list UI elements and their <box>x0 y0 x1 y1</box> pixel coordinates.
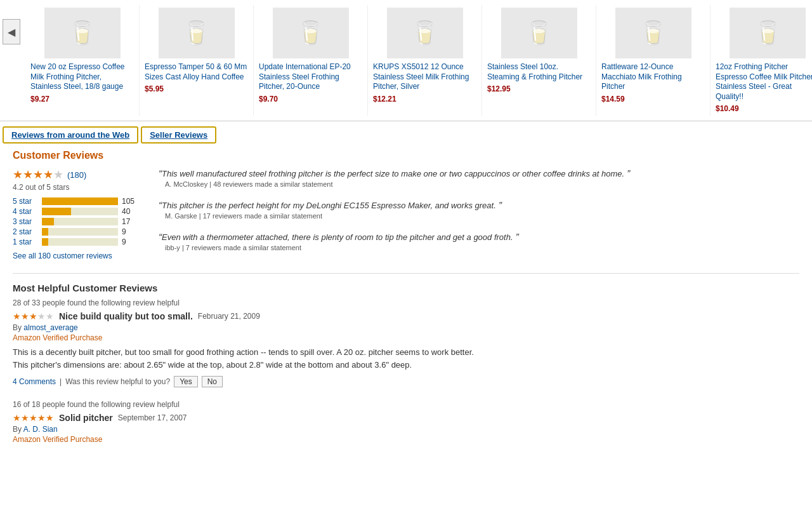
product-price-1: $5.95 <box>145 84 248 93</box>
overall-rating-text: 4.2 out of 5 stars <box>13 183 140 192</box>
see-all-reviews-link[interactable]: See all 180 customer reviews <box>13 251 112 260</box>
rev-star-1-3: ★ <box>29 413 37 423</box>
divider <box>13 273 799 274</box>
product-item: 🥛 12oz Frothing Pitcher Espresso Coffee … <box>710 5 812 116</box>
product-item: 🥛 Update International EP-20 Stainless S… <box>254 5 368 116</box>
review-title-0: Nice build quality but too small. <box>59 311 193 321</box>
star-bar-fill-2 <box>42 218 54 225</box>
overall-stars: ★ ★ ★ ★ ★ (180) <box>13 168 140 182</box>
star-bar-row-3: 2 star 9 <box>13 227 140 236</box>
star-bar-count-2: 17 <box>122 217 130 226</box>
yes-button-0[interactable]: Yes <box>174 376 198 387</box>
quote-text-2: Even with a thermometer attached, there … <box>159 231 799 242</box>
reviewer-link-0[interactable]: almost_average <box>23 323 77 332</box>
no-button-0[interactable]: No <box>202 376 223 387</box>
rev-star-1-4: ★ <box>37 413 46 423</box>
quote-meta-2: ibb-y | 7 reviewers made a similar state… <box>159 244 799 251</box>
star-bar-fill-4 <box>42 238 48 246</box>
star-4: ★ <box>43 168 53 182</box>
review-quote-1: This pitcher is the perfect height for m… <box>159 199 799 220</box>
review-stars-1: ★★★★★ <box>13 413 54 423</box>
product-image-3: 🥛 <box>387 8 463 58</box>
quote-text-0: This well manufactured steel frothing pi… <box>159 168 799 178</box>
product-item: 🥛 New 20 oz Espresso Coffee Milk Frothin… <box>25 5 140 116</box>
star-bar-count-0: 105 <box>122 197 134 206</box>
review-stars-0: ★★★★★ <box>13 311 54 321</box>
rating-summary: ★ ★ ★ ★ ★ (180) 4.2 out of 5 stars 5 sta… <box>13 168 799 263</box>
rating-left-panel: ★ ★ ★ ★ ★ (180) 4.2 out of 5 stars 5 sta… <box>13 168 140 263</box>
star-bar-row-2: 3 star 17 <box>13 217 140 226</box>
star-bar-fill-0 <box>42 197 118 205</box>
rev-star-0-3: ★ <box>29 311 37 321</box>
carousel-prev-button[interactable]: ◀ <box>3 19 20 44</box>
product-item: 🥛 KRUPS XS5012 12 Ounce Stainless Steel … <box>368 5 482 116</box>
product-image-6: 🥛 <box>730 8 806 58</box>
rev-star-empty-0-4: ★ <box>37 311 46 321</box>
most-helpful-title: Most Helpful Customer Reviews <box>13 283 799 293</box>
star-5: ★ <box>53 168 63 182</box>
star-bars: 5 star 105 4 star 40 3 star 17 2 star 9 … <box>13 197 140 246</box>
product-item: 🥛 Espresso Tamper 50 & 60 Mm Sizes Cast … <box>140 5 254 116</box>
review-count[interactable]: (180) <box>67 170 86 180</box>
review-tabs: Reviews from around the WebSeller Review… <box>0 121 812 144</box>
review-quote-2: Even with a thermometer attached, there … <box>159 231 799 251</box>
helpful-question-0: Was this review helpful to you? <box>65 377 170 386</box>
product-price-0: $9.27 <box>30 95 134 104</box>
reviewer-link-1[interactable]: A. D. Sian <box>23 425 58 434</box>
review-by-1: By A. D. Sian <box>13 425 799 434</box>
star-1: ★ <box>13 168 23 182</box>
star-3: ★ <box>33 168 43 182</box>
review-by-0: By almost_average <box>13 323 799 332</box>
quote-meta-0: A. McCloskey | 48 reviewers made a simil… <box>159 180 799 188</box>
star-bar-row-0: 5 star 105 <box>13 197 140 206</box>
star-icons: ★ ★ ★ ★ ★ <box>13 168 63 182</box>
reviews-section: Customer Reviews ★ ★ ★ ★ ★ (180) 4.2 out… <box>0 144 812 463</box>
star-bar-label-0[interactable]: 5 star <box>13 197 38 206</box>
star-bar-fill-3 <box>42 228 48 236</box>
rev-star-1-2: ★ <box>21 413 29 423</box>
star-bar-bg-1 <box>42 208 118 215</box>
product-title-5[interactable]: Rattleware 12-Ounce Macchiato Milk Froth… <box>601 62 705 92</box>
product-title-4[interactable]: Stainless Steel 10oz. Steaming & Frothin… <box>487 62 591 82</box>
product-price-6: $10.49 <box>716 104 812 113</box>
helpful-reviews-list: 28 of 33 people found the following revi… <box>13 298 799 444</box>
star-bar-label-1[interactable]: 4 star <box>13 207 38 216</box>
product-title-1[interactable]: Espresso Tamper 50 & 60 Mm Sizes Cast Al… <box>145 62 248 82</box>
tab-1[interactable]: Seller Reviews <box>141 126 216 144</box>
star-bar-label-4[interactable]: 1 star <box>13 237 38 246</box>
tab-0[interactable]: Reviews from around the Web <box>3 126 138 144</box>
product-item: 🥛 Stainless Steel 10oz. Steaming & Froth… <box>482 5 596 116</box>
product-title-6[interactable]: 12oz Frothing Pitcher Espresso Coffee Mi… <box>716 62 812 102</box>
rev-star-empty-0-5: ★ <box>46 311 54 321</box>
rev-star-0-1: ★ <box>13 311 21 321</box>
comments-link-0[interactable]: 4 Comments <box>13 377 56 386</box>
product-price-3: $12.21 <box>373 95 476 104</box>
star-bar-bg-0 <box>42 197 118 205</box>
star-bar-label-2[interactable]: 3 star <box>13 217 38 226</box>
star-bar-label-3[interactable]: 2 star <box>13 227 38 236</box>
review-body-line-0-1: This pitcher's dimensions are: about 2.6… <box>13 359 799 371</box>
verified-purchase-0: Amazon Verified Purchase <box>13 333 799 342</box>
helpful-review-0: 28 of 33 people found the following revi… <box>13 298 799 387</box>
star-bar-count-4: 9 <box>122 237 126 246</box>
review-date-0: February 21, 2009 <box>198 312 260 321</box>
review-body-line-0-0: This is a decently built pitcher, but to… <box>13 346 799 359</box>
star-bar-row-1: 4 star 40 <box>13 207 140 216</box>
star-bar-count-3: 9 <box>122 227 126 236</box>
reviewer-name-1: M. Garske <box>165 212 197 220</box>
star-bar-count-1: 40 <box>122 207 130 216</box>
product-title-2[interactable]: Update International EP-20 Stainless Ste… <box>259 62 362 92</box>
product-title-3[interactable]: KRUPS XS5012 12 Ounce Stainless Steel Mi… <box>373 62 476 92</box>
star-bar-bg-2 <box>42 218 118 225</box>
helpful-count-1: 16 of 18 people found the following revi… <box>13 400 799 409</box>
review-quote-0: This well manufactured steel frothing pi… <box>159 168 799 188</box>
product-image-0: 🥛 <box>44 8 121 58</box>
review-footer-0: 4 Comments | Was this review helpful to … <box>13 376 799 387</box>
product-image-1: 🥛 <box>159 8 235 58</box>
helpful-count-0: 28 of 33 people found the following revi… <box>13 298 799 307</box>
product-carousel: ◀ 🥛 New 20 oz Espresso Coffee Milk Froth… <box>0 0 812 121</box>
product-title-0[interactable]: New 20 oz Espresso Coffee Milk Frothing … <box>30 62 134 92</box>
product-item: 🥛 Rattleware 12-Ounce Macchiato Milk Fro… <box>596 5 710 116</box>
rev-star-1-1: ★ <box>13 413 21 423</box>
similar-stmt-0: 48 reviewers made a similar statement <box>213 180 332 188</box>
